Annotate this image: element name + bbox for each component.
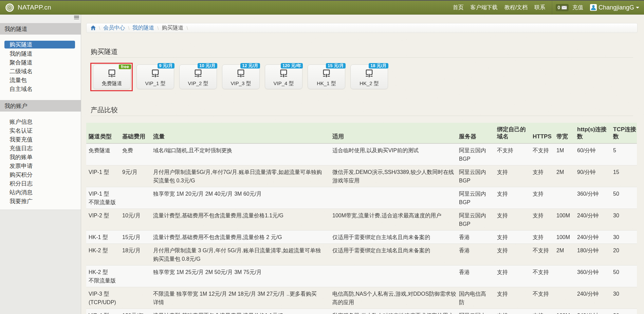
- breadcrumb-my-tunnels[interactable]: 我的隧道: [132, 24, 154, 32]
- sidebar-item-invoice-request[interactable]: 发票申请: [0, 161, 81, 170]
- home-icon[interactable]: [91, 25, 96, 30]
- sidebar-item-my-bills[interactable]: 我的账单: [0, 153, 81, 161]
- table-row: VIP-1 型9元/月月付用户限制流量5G/月,年付7G/月.账单日流量清零,如…: [86, 165, 637, 187]
- monitor-icon: [195, 70, 202, 77]
- product-card-label: VIP_2 型: [188, 81, 208, 86]
- top-navbar: NATAPP.cn 首页客户端下载教程/文档联系 0 充值 Changjiang…: [0, 1, 644, 15]
- sidebar-item-real-name-auth[interactable]: 实名认证: [0, 126, 81, 135]
- product-card-vip4[interactable]: 120 元/年VIP_4 型: [265, 64, 302, 89]
- table-cell: 支持: [495, 231, 530, 244]
- table-row: VIP-3 型 (TCP/UDP)不限流量 独享带宽 1M 12元/月 2M 1…: [86, 287, 637, 309]
- table-cell: 50: [611, 187, 637, 209]
- envelope-icon: [562, 6, 567, 9]
- table-cell: [120, 266, 151, 287]
- product-cards: free免费隧道9 元/月VIP_1 型10 元/月VIP_2 型12 元/月V…: [93, 64, 638, 91]
- column-header: 绑定自己的域名: [495, 123, 530, 143]
- table-cell: 支持: [495, 287, 530, 309]
- column-header: TCP连接数: [611, 123, 637, 143]
- monitor-icon: [366, 70, 373, 77]
- nav-link-recharge[interactable]: 充值: [569, 4, 587, 11]
- column-header: 隧道类型: [86, 123, 120, 143]
- sidebar-item-buy-credits[interactable]: 购买积分: [0, 170, 81, 179]
- table-cell: 电信高防,NAS个人私有云,游戏,对DDOS防御需求较高的应用: [330, 287, 457, 309]
- table-cell: 阿里云国内BGP: [457, 143, 495, 165]
- table-cell: 支持: [495, 165, 530, 187]
- brand[interactable]: NATAPP.cn: [5, 3, 51, 12]
- table-cell: 5: [611, 143, 637, 165]
- sidebar-item-own-domains[interactable]: 自主域名: [0, 84, 81, 93]
- price-badge: 9 元/月: [158, 63, 174, 68]
- table-cell: 2M: [554, 244, 575, 266]
- table-cell: 1M: [554, 143, 575, 165]
- sidebar-item-subdomains[interactable]: 二级域名: [0, 67, 81, 76]
- table-cell: 不支持: [530, 143, 554, 165]
- table-cell: 月付用户限制流量5G/月,年付7G/月.账单日流量清零,如超流量可单独购买流量包…: [151, 165, 330, 187]
- nav-links: 首页客户端下载教程/文档联系: [449, 1, 549, 14]
- product-card-vip2[interactable]: 10 元/月VIP_2 型: [179, 64, 217, 89]
- table-cell: 18元/月: [120, 244, 151, 266]
- breadcrumb-member-center[interactable]: 会员中心: [103, 24, 125, 32]
- table-cell: 阿里云国内BGP: [457, 209, 495, 231]
- table-cell: 30: [611, 309, 637, 314]
- table-cell: 支持: [530, 231, 554, 244]
- table-cell: 20: [611, 244, 637, 266]
- table-cell: 阿里云国内BGP: [457, 309, 495, 314]
- sidebar-item-recharge-log[interactable]: 充值日志: [0, 144, 81, 153]
- sidebar-item-my-tunnels[interactable]: 我的隧道: [0, 49, 81, 58]
- table-cell: 香港: [457, 244, 495, 266]
- product-card-hk2[interactable]: 18 元/月HK_2 型: [350, 64, 388, 89]
- nav-link-client-download[interactable]: 客户端下载: [467, 4, 501, 11]
- table-cell: 私享服务器,供少数人对稳定性速度要求极高的用户: [330, 309, 457, 314]
- table-cell: 支持: [530, 209, 554, 231]
- product-card-vip1[interactable]: 9 元/月VIP_1 型: [136, 64, 174, 89]
- table-cell: 30: [611, 287, 637, 309]
- table-cell: 240/分钟: [575, 309, 611, 314]
- table-cell: 15: [611, 165, 637, 187]
- price-badge: 18 元/月: [369, 63, 388, 68]
- table-cell: [330, 266, 457, 287]
- table-cell: 15元/月: [120, 231, 151, 244]
- sidebar-item-referral[interactable]: 我要推广: [0, 197, 81, 205]
- table-cell: 60/分钟: [575, 143, 611, 165]
- sidebar-item-merged-tunnels[interactable]: 聚合隧道: [0, 58, 81, 67]
- table-cell: VIP-2 型: [86, 209, 120, 231]
- table-cell: 流量计费型,基础费用不包含流量费用,流量价格1.1元/G: [151, 209, 330, 231]
- table-cell: 支持: [495, 209, 530, 231]
- avatar: [590, 4, 597, 11]
- price-badge: 15 元/月: [326, 63, 346, 68]
- sidebar-item-traffic-packs[interactable]: 流量包: [0, 76, 81, 84]
- sidebar-item-site-messages[interactable]: 站内消息: [0, 188, 81, 197]
- table-cell: [120, 287, 151, 309]
- column-header: 基础费用: [120, 123, 151, 143]
- table-cell: 域名/端口随机,且不定时强制更换: [151, 143, 330, 165]
- table-cell: HK-1 型: [86, 231, 120, 244]
- nav-link-contact[interactable]: 联系: [531, 4, 549, 11]
- breadcrumb-separator: \: [99, 25, 100, 31]
- table-row: HK-2 型 不限流量版独享带宽 1M 25元/月 2M 50元/月 3M 75…: [86, 266, 637, 287]
- sidebar-item-recharge[interactable]: 我要充值: [0, 135, 81, 144]
- nav-link-home[interactable]: 首页: [449, 4, 467, 11]
- table-cell: HK-2 型: [86, 244, 120, 266]
- sidebar: 我的隧道 购买隧道我的隧道聚合隧道二级域名流量包自主域名 我的账户 账户信息实名…: [0, 15, 81, 314]
- table-cell: 流量计费型,基础费用不包含流量费用,流量价格 2 元/G: [151, 231, 330, 244]
- sidebar-item-buy-tunnel[interactable]: 购买隧道: [4, 41, 75, 48]
- product-card-free[interactable]: free免费隧道: [93, 64, 131, 89]
- table-row: 免费隧道免费域名/端口随机,且不定时强制更换适合临时使用,以及购买VIP前的测试…: [86, 143, 637, 165]
- mail-badge[interactable]: 0: [556, 4, 569, 11]
- table-cell: 不支持: [495, 143, 530, 165]
- product-card-vip3[interactable]: 12 元/月VIP_3 型: [222, 64, 260, 89]
- table-row: VIP-4 型120元/年流量计费型,基础费用不包含流量费用,流量价格1.1元/…: [86, 309, 637, 314]
- user-menu[interactable]: ChangjiangG: [590, 4, 639, 11]
- table-cell: 2M: [554, 165, 575, 187]
- table-cell: 30: [611, 231, 637, 244]
- sidebar-collapse-icon[interactable]: [74, 16, 79, 19]
- compare-divider: [91, 116, 633, 116]
- table-cell: [554, 287, 575, 309]
- navbar-divider: [552, 1, 552, 15]
- product-card-hk1[interactable]: 15 元/月HK_1 型: [308, 64, 345, 89]
- sidebar-item-credits-log[interactable]: 积分日志: [0, 179, 81, 188]
- table-row: VIP-2 型10元/月流量计费型,基础费用不包含流量费用,流量价格1.1元/G…: [86, 209, 637, 231]
- mail-count: 0: [557, 5, 560, 10]
- nav-link-docs[interactable]: 教程/文档: [501, 4, 531, 11]
- sidebar-item-account-info[interactable]: 账户信息: [0, 117, 81, 126]
